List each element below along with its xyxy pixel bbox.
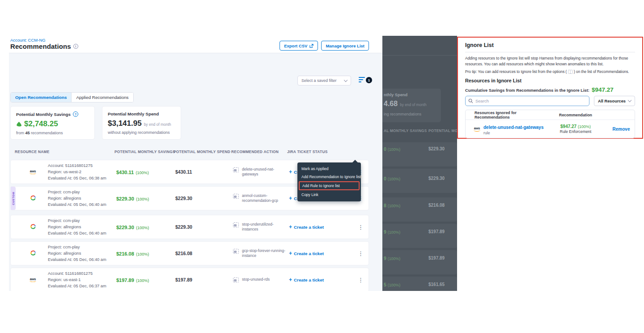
- resource-lines: Project: ccm-play Region: allregions Eva…: [48, 189, 115, 208]
- ignored-resource-link[interactable]: delete-unused-nat-gateways: [483, 125, 543, 130]
- row-menu-icon[interactable]: ⋮: [358, 251, 364, 256]
- spend-value: $430.11: [175, 169, 192, 175]
- dimmed-spend-title: nthly Spend: [384, 93, 407, 97]
- savings-value: $229.30: [116, 225, 134, 230]
- filter-count-badge: 1: [366, 77, 372, 83]
- remove-button[interactable]: Remove: [607, 127, 636, 132]
- saved-filter-select[interactable]: Select a saved filter: [297, 76, 351, 85]
- spend-value: $216.08: [175, 251, 192, 256]
- panel-description: Adding resources to the Ignore list will…: [465, 56, 635, 67]
- spend-value: $229.30: [175, 224, 192, 230]
- search-box: [465, 96, 589, 106]
- plus-icon: +: [289, 195, 292, 201]
- savings-value: $2,748.25: [24, 120, 58, 128]
- custom-tag: CUSTOM: [11, 187, 16, 210]
- menu-item-add-recommendation-to-ignore-list[interactable]: Add Recommendation to Ignore list: [297, 173, 361, 181]
- search-icon: [468, 98, 473, 103]
- tab-applied-recommendations[interactable]: Applied Recommendations: [71, 93, 133, 102]
- savings-value: $197.89: [116, 278, 134, 283]
- menu-item-copy-link[interactable]: Copy Link: [297, 191, 361, 199]
- export-csv-button[interactable]: Export CSV: [280, 41, 318, 51]
- savings-percent: (100%): [136, 278, 149, 283]
- action-label: stop-underutilized-instances: [242, 222, 286, 232]
- spend-value: $3,141.95: [108, 119, 142, 128]
- action-label: gcp-stop-forever-running-instance: [242, 248, 286, 258]
- potential-monthly-savings-card: Potential Monthly Savings ? $2,748.25 fr…: [10, 106, 95, 140]
- menu-item-mark-as-applied[interactable]: Mark as Applied: [297, 165, 361, 173]
- row-menu-icon[interactable]: ⋮: [358, 277, 364, 283]
- menu-item-add-rule-to-ignore-list[interactable]: Add Rule to Ignore list: [299, 181, 360, 190]
- external-link-icon: [309, 44, 314, 48]
- chevron-down-icon: [628, 98, 631, 102]
- col-resources-ignored: Resources Ignored for Recommendations: [466, 111, 544, 120]
- table-row[interactable]: aws Account: 511616801275 Region: us-eas…: [10, 268, 369, 291]
- aws-icon: aws: [30, 170, 36, 175]
- row-context-menu: Mark as Applied Add Recommendation to Ig…: [297, 162, 361, 201]
- col-recommendation: Recommendation: [544, 113, 607, 117]
- tab-open-recommendations[interactable]: Open Recommendations: [11, 93, 71, 102]
- savings-leaf-icon: [16, 122, 22, 127]
- savings-value: $229.30: [116, 196, 134, 201]
- create-ticket-link[interactable]: + Create a ticket: [289, 277, 324, 283]
- resource-lines: Account: 511616801275 Region: us-east-1 …: [48, 270, 115, 289]
- pro-tip: Pro tip: You can add resources to Ignore…: [465, 69, 635, 74]
- cumulative-savings-value: $947.27: [592, 86, 614, 93]
- col-jira-ticket-status: JIRA TICKET STATUS: [287, 149, 328, 154]
- col-potential-monthly-savings: POTENTIAL MONTHLY SAVINGS: [114, 149, 175, 154]
- resource-lines: Project: ccm-play Region: allregions Eva…: [48, 244, 115, 263]
- plus-icon: +: [289, 277, 292, 283]
- action-label: stop-unused-rds: [242, 277, 270, 282]
- page-title: Recommendations: [10, 43, 71, 50]
- gcp-icon: [30, 194, 37, 202]
- spend-value: $229.30: [175, 196, 192, 201]
- resource-lines: Project: ccm-play Region: allregions Eva…: [48, 218, 115, 236]
- col-recommended-action: RECOMMENDED ACTION: [231, 149, 279, 154]
- page: Account: CCM-NG Recommendations i Export…: [0, 0, 644, 333]
- savings-card-title: Potential Monthly Savings: [16, 112, 71, 117]
- kebab-icon: ⋮: [568, 70, 573, 74]
- dimmed-col-savings: AL MONTHLY SAVINGS: [384, 129, 427, 133]
- search-input[interactable]: [465, 96, 589, 106]
- table-row[interactable]: Project: ccm-play Region: allregions Eva…: [10, 215, 369, 239]
- create-ticket-link[interactable]: + Create a ticket: [289, 224, 324, 230]
- app-header: Account: CCM-NG Recommendations i Export…: [9, 36, 382, 53]
- savings-subtitle: from 45 recommendations: [16, 131, 94, 135]
- panel-title: Ignore List: [465, 42, 635, 48]
- rule-icon: [233, 167, 239, 172]
- spend-suffix: by end of month: [144, 122, 171, 127]
- ignore-list-table: Resources Ignored for Recommendations Re…: [465, 110, 635, 138]
- spend-note: without applying recommendations: [108, 130, 181, 135]
- all-resources-select[interactable]: All Resources: [594, 96, 635, 106]
- aws-icon: aws: [474, 127, 480, 132]
- dimmed-spend-value: 4.68: [384, 100, 398, 108]
- manage-ignore-list-button[interactable]: Manage Ignore List: [321, 41, 369, 51]
- savings-percent: (100%): [136, 226, 149, 230]
- potential-monthly-spend-card: Potential Monthly Spend $3,141.95 by end…: [102, 106, 181, 140]
- dimmed-col-spend: POTENTIAL MONTHL: [428, 129, 457, 133]
- account-breadcrumb[interactable]: Account: CCM-NG: [10, 38, 46, 43]
- action-label: anmol-custom-recommendation-gcp: [242, 193, 286, 203]
- savings-value: $430.11: [116, 170, 134, 175]
- plus-icon: +: [289, 169, 292, 175]
- help-icon[interactable]: ?: [73, 111, 78, 117]
- rule-icon: [233, 249, 239, 254]
- create-ticket-link[interactable]: + Create a ticket: [289, 250, 324, 256]
- filter-button[interactable]: 1: [359, 77, 372, 85]
- savings-percent: (100%): [136, 197, 149, 201]
- ignored-savings: $947.27 (100%): [544, 124, 607, 129]
- rule-icon: [233, 194, 239, 199]
- spend-card-title: Potential Monthly Spend: [108, 111, 159, 116]
- table-row[interactable]: Project: ccm-play Region: allregions Eva…: [10, 241, 369, 265]
- plus-icon: +: [289, 224, 292, 230]
- menu-caret: [352, 160, 358, 163]
- ignore-list-row: aws delete-unused-nat-gateways rule $947…: [466, 120, 635, 138]
- spend-value: $197.89: [175, 277, 192, 282]
- panel-divider: [465, 52, 635, 52]
- chevron-down-icon: [344, 78, 347, 81]
- rule-icon: [233, 222, 239, 227]
- enforcement-type: Rule Enforcement: [544, 129, 607, 134]
- gcp-icon: [30, 223, 37, 231]
- row-menu-icon[interactable]: ⋮: [358, 224, 364, 230]
- savings-value: $216.08: [116, 251, 134, 256]
- rule-icon: [233, 278, 239, 282]
